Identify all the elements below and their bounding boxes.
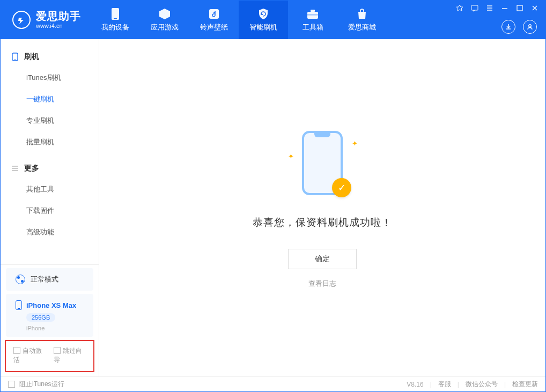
status-bar: 阻止iTunes运行 V8.16 | 客服 | 微信公众号 | 检查更新 <box>1 376 545 391</box>
nav-toolbox[interactable]: 工具箱 <box>288 1 337 39</box>
sidebar-item-other-tools[interactable]: 其他工具 <box>1 179 99 200</box>
refresh-shield-icon <box>257 8 270 20</box>
small-phone-icon <box>16 300 22 310</box>
list-icon <box>11 165 19 172</box>
device-icon <box>109 8 122 20</box>
svg-rect-4 <box>311 10 315 12</box>
window-controls <box>455 4 539 12</box>
sidebar-group-more: 更多 <box>1 158 99 179</box>
device-type: iPhone <box>26 325 45 331</box>
nav-label: 工具箱 <box>302 23 323 32</box>
ok-button[interactable]: 确定 <box>288 249 357 269</box>
sidebar-item-advanced[interactable]: 高级功能 <box>1 221 99 243</box>
svg-rect-1 <box>114 18 117 19</box>
app-header: 爱思助手 www.i4.cn 我的设备 应用游戏 铃声壁纸 智能刷机 工具箱 爱… <box>1 1 545 39</box>
main-nav: 我的设备 应用游戏 铃声壁纸 智能刷机 工具箱 爱思商城 <box>91 1 387 39</box>
wechat-link[interactable]: 微信公众号 <box>466 380 498 389</box>
nav-apps-games[interactable]: 应用游戏 <box>140 1 189 39</box>
svg-rect-10 <box>14 60 16 60</box>
download-manager-icon[interactable] <box>501 20 515 34</box>
success-illustration: ✦ ✦ ✓ <box>290 128 355 203</box>
device-mode-label: 正常模式 <box>31 275 58 284</box>
svg-point-8 <box>529 25 532 27</box>
nav-label: 智能刷机 <box>249 23 277 32</box>
theme-icon[interactable] <box>455 4 464 12</box>
sidebar-item-download-fw[interactable]: 下载固件 <box>1 200 99 221</box>
svg-rect-7 <box>517 5 522 11</box>
bag-icon <box>356 8 368 20</box>
device-info-box[interactable]: iPhone XS Max 256GB iPhone <box>6 294 93 337</box>
sidebar-group-flash: 刷机 <box>1 47 99 67</box>
maximize-icon[interactable] <box>515 4 524 12</box>
flash-options-row: 自动激活 跳过向导 <box>5 340 94 372</box>
nav-label: 应用游戏 <box>151 23 179 32</box>
device-capacity-badge: 256GB <box>26 313 55 322</box>
opt-skip-guide[interactable]: 跳过向导 <box>54 346 86 365</box>
sidebar-item-batch-flash[interactable]: 批量刷机 <box>1 131 99 153</box>
nav-smart-flash[interactable]: 智能刷机 <box>239 1 288 39</box>
checkbox-icon[interactable] <box>54 347 61 354</box>
close-icon[interactable] <box>530 4 539 12</box>
sidebar-group-label: 更多 <box>24 164 39 173</box>
feedback-icon[interactable] <box>470 4 479 12</box>
version-label: V8.16 <box>407 381 423 388</box>
opt-auto-activate[interactable]: 自动激活 <box>13 346 46 365</box>
device-name: iPhone XS Max <box>26 301 76 309</box>
svg-rect-0 <box>112 8 119 20</box>
user-account-icon[interactable] <box>523 20 537 34</box>
phone-small-icon <box>11 53 19 61</box>
checkbox-icon[interactable] <box>8 381 15 388</box>
nav-label: 我的设备 <box>101 23 129 32</box>
success-check-icon: ✓ <box>332 178 351 197</box>
support-link[interactable]: 客服 <box>438 380 451 389</box>
music-icon <box>208 8 220 20</box>
nav-ring-wall[interactable]: 铃声壁纸 <box>189 1 239 39</box>
svg-rect-5 <box>307 14 318 16</box>
sidebar-group-label: 刷机 <box>24 52 39 62</box>
app-name-cn: 爱思助手 <box>36 10 81 23</box>
mode-icon <box>16 275 25 284</box>
logo-icon <box>12 11 31 29</box>
main-panel: ✦ ✦ ✓ 恭喜您，保资料刷机成功啦！ 确定 查看日志 <box>99 39 545 376</box>
block-itunes-label[interactable]: 阻止iTunes运行 <box>19 380 64 389</box>
sparkle-icon: ✦ <box>288 152 294 160</box>
sidebar-item-onekey-flash[interactable]: 一键刷机 <box>1 88 99 110</box>
app-logo: 爱思助手 www.i4.cn <box>1 1 91 39</box>
cube-icon <box>158 8 171 20</box>
nav-label: 铃声壁纸 <box>200 23 228 32</box>
toolbox-icon <box>306 8 319 20</box>
minimize-icon[interactable] <box>500 4 509 12</box>
view-log-link[interactable]: 查看日志 <box>308 279 336 289</box>
menu-icon[interactable] <box>485 4 494 12</box>
svg-rect-6 <box>471 5 478 10</box>
nav-label: 爱思商城 <box>348 23 376 32</box>
nav-store[interactable]: 爱思商城 <box>337 1 387 39</box>
sidebar-item-itunes-flash[interactable]: iTunes刷机 <box>1 67 99 88</box>
sparkle-icon: ✦ <box>352 139 358 147</box>
nav-my-device[interactable]: 我的设备 <box>91 1 140 39</box>
sidebar-item-pro-flash[interactable]: 专业刷机 <box>1 110 99 131</box>
success-message: 恭喜您，保资料刷机成功啦！ <box>253 216 392 230</box>
checkbox-icon[interactable] <box>13 347 20 354</box>
app-name-en: www.i4.cn <box>36 23 81 29</box>
check-update-link[interactable]: 检查更新 <box>512 380 538 389</box>
device-mode-box[interactable]: 正常模式 <box>6 268 93 291</box>
sidebar: 刷机 iTunes刷机 一键刷机 专业刷机 批量刷机 更多 其他工具 下载固件 … <box>1 39 99 376</box>
